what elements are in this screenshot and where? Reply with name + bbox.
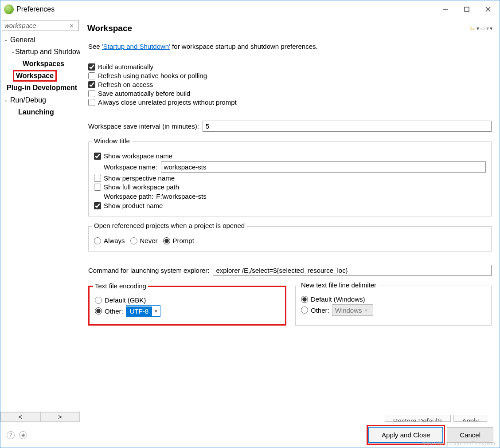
- encoding-other-radio[interactable]: [95, 307, 102, 314]
- refresh-access-checkbox[interactable]: [88, 81, 95, 88]
- close-button[interactable]: [477, 1, 499, 18]
- titlebar: Preferences: [0, 0, 500, 18]
- delimiter-other-combo: Windows ▾: [332, 304, 373, 316]
- preference-tree: ⌄General ⌄Startup and Shutdown Workspace…: [0, 33, 80, 118]
- encoding-default-radio[interactable]: [95, 297, 102, 304]
- save-interval-label: Workspace save interval (in minutes):: [88, 122, 199, 130]
- encoding-other-combo[interactable]: UTF-8 ▾: [126, 305, 161, 317]
- sidebar: ✕ ⌄General ⌄Startup and Shutdown Workspa…: [0, 18, 80, 422]
- line-delimiter-label: New text file line delimiter: [299, 281, 378, 289]
- back-icon[interactable]: ⇦: [470, 25, 476, 32]
- svg-rect-1: [465, 7, 469, 12]
- workspace-name-label: Workspace name:: [104, 163, 157, 171]
- scroll-right-button[interactable]: >: [40, 412, 80, 422]
- show-full-path-checkbox[interactable]: [94, 184, 101, 191]
- explorer-command-label: Command for launching system explorer:: [88, 267, 209, 274]
- text-encoding-label: Text file encoding: [93, 282, 148, 290]
- page-title: Workspace: [87, 24, 132, 33]
- back-menu-icon[interactable]: ▾: [477, 25, 479, 31]
- maximize-button[interactable]: [456, 1, 477, 18]
- apply-button[interactable]: Apply: [453, 415, 487, 422]
- view-menu-icon[interactable]: ▾: [490, 25, 492, 31]
- header-nav-icons: ⇦ ▾ ⇨ ▾ ▾: [470, 25, 492, 32]
- open-ref-prompt-radio[interactable]: [163, 237, 170, 244]
- tree-item-plugin-dev[interactable]: Plug-in Development: [0, 82, 80, 94]
- text-encoding-group: Text file encoding Default (GBK) Other: …: [88, 286, 286, 326]
- open-referenced-label: Open referenced projects when a project …: [92, 222, 246, 229]
- show-perspective-checkbox[interactable]: [94, 175, 101, 182]
- import-export-icon[interactable]: ◉: [19, 431, 27, 439]
- tree-item-rundebug[interactable]: ⌄Run/Debug: [0, 94, 80, 106]
- open-ref-always-radio[interactable]: [94, 237, 101, 244]
- tree-item-launching[interactable]: Launching: [0, 106, 80, 118]
- filter-input[interactable]: [2, 20, 78, 31]
- apply-and-close-button[interactable]: Apply and Close: [368, 427, 443, 443]
- help-icon[interactable]: ?: [7, 431, 15, 439]
- restore-defaults-button[interactable]: Restore Defaults: [385, 415, 451, 422]
- refresh-hooks-checkbox[interactable]: [88, 72, 95, 79]
- forward-menu-icon[interactable]: ▾: [486, 25, 489, 31]
- scroll-left-button[interactable]: <: [0, 412, 40, 422]
- open-referenced-group: Open referenced projects when a project …: [88, 226, 492, 252]
- close-unrelated-checkbox[interactable]: [88, 99, 95, 106]
- preferences-window: Preferences ✕ ⌄General ⌄Startup and Shut…: [0, 0, 500, 448]
- cutoff-button-row: Restore Defaults Apply: [385, 415, 487, 422]
- delimiter-default-radio[interactable]: [301, 296, 308, 303]
- show-workspace-name-checkbox[interactable]: [94, 153, 101, 160]
- window-title: Preferences: [16, 5, 55, 13]
- save-interval-input[interactable]: [203, 121, 492, 132]
- forward-icon[interactable]: ⇨: [480, 25, 485, 32]
- delimiter-other-radio[interactable]: [301, 307, 308, 314]
- app-icon: [4, 4, 14, 14]
- tree-item-general[interactable]: ⌄General: [0, 34, 80, 46]
- show-product-checkbox[interactable]: [94, 202, 101, 209]
- see-also-text: See 'Startup and Shutdown' for workspace…: [88, 43, 492, 50]
- line-delimiter-group: New text file line delimiter Default (Wi…: [295, 286, 492, 326]
- chevron-down-icon: ▾: [152, 308, 160, 314]
- tree-item-startup[interactable]: ⌄Startup and Shutdown: [0, 46, 80, 58]
- startup-shutdown-link[interactable]: 'Startup and Shutdown': [102, 43, 170, 50]
- cancel-button[interactable]: Cancel: [447, 427, 493, 443]
- tree-item-workspace[interactable]: Workspace: [0, 70, 80, 82]
- clear-filter-icon[interactable]: ✕: [69, 22, 74, 29]
- workspace-path-value: F:\workspace-sts: [156, 193, 206, 200]
- minimize-button[interactable]: [435, 1, 456, 18]
- workspace-name-input[interactable]: [161, 161, 486, 173]
- window-title-group: Window title Show workspace name Workspa…: [88, 141, 492, 216]
- workspace-path-label: Workspace path:: [104, 193, 153, 200]
- content-scroll[interactable]: See 'Startup and Shutdown' for workspace…: [80, 38, 500, 422]
- tree-item-workspaces[interactable]: Workspaces: [0, 58, 80, 70]
- dialog-footer: ? ◉ Apply and Close Cancel: [0, 422, 500, 448]
- window-title-group-label: Window title: [92, 137, 132, 145]
- save-before-build-checkbox[interactable]: [88, 90, 95, 97]
- open-ref-never-radio[interactable]: [130, 237, 137, 244]
- build-automatically-checkbox[interactable]: [88, 63, 95, 71]
- content-pane: Workspace ⇦ ▾ ⇨ ▾ ▾ See 'Startup and Shu…: [80, 18, 500, 422]
- explorer-command-input[interactable]: [213, 265, 492, 276]
- chevron-down-icon: ▾: [362, 307, 370, 313]
